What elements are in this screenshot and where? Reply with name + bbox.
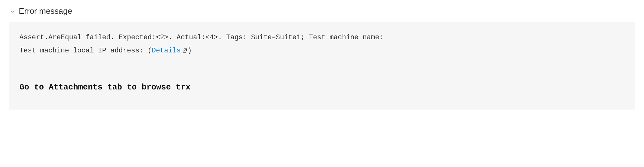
error-body: Assert.AreEqual failed. Expected:<2>. Ac…: [19, 31, 625, 57]
details-paren-open: (: [148, 47, 152, 55]
error-text-line2: Test machine local IP address:: [19, 47, 148, 55]
error-text-line1: Assert.AreEqual failed. Expected:<2>. Ac…: [19, 34, 383, 41]
chevron-down-icon: [9, 8, 16, 14]
attachments-hint: Go to Attachments tab to browse trx: [19, 83, 625, 92]
error-message-panel: Assert.AreEqual failed. Expected:<2>. Ac…: [9, 22, 635, 110]
error-message-section-header[interactable]: Error message: [9, 6, 635, 16]
section-title: Error message: [19, 6, 72, 16]
details-paren-close: ): [188, 47, 192, 55]
details-link[interactable]: Details: [152, 47, 180, 55]
external-link-icon: [182, 48, 188, 53]
